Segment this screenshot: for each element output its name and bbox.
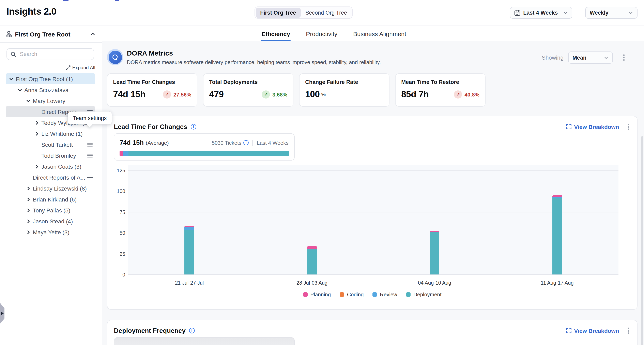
team-settings-tooltip: Team settings: [68, 112, 112, 124]
lead-time-summary-card: 74d 15h (Average) 5030 Tickets Last 4 We…: [114, 134, 295, 160]
tree-item[interactable]: First Org Tree Root (1): [6, 74, 95, 84]
org-tree-sidebar: First Org Tree Root Expand All First Org…: [0, 26, 102, 345]
x-axis-tick-label: 04 Aug-10 Aug: [418, 280, 451, 286]
dora-kebab-menu[interactable]: [622, 53, 626, 62]
chevron-down-icon: [604, 55, 608, 60]
stacked-bar[interactable]: [307, 246, 317, 274]
chevron-right-icon[interactable]: [34, 120, 40, 125]
info-icon[interactable]: [189, 328, 195, 334]
average-label: (Average): [146, 140, 169, 146]
granularity-select[interactable]: Weekly: [585, 7, 638, 19]
summary-segment-planning: [120, 151, 123, 156]
scrollbar-thumb[interactable]: [641, 136, 643, 345]
tree-item[interactable]: Scott Tarkett: [6, 139, 95, 150]
bar-segment-review: [184, 227, 194, 230]
metric-card: Lead Time For Changes74d 15h↗27.56%: [107, 74, 197, 106]
team-settings-icon[interactable]: [87, 174, 93, 180]
tree-item[interactable]: Mary Lowery: [6, 95, 95, 106]
deployment-frequency-header: Deployment Frequency View Breakdown: [108, 320, 637, 336]
chevron-right-icon[interactable]: [25, 230, 32, 234]
deployment-frequency-panel: Deployment Frequency View Breakdown: [107, 320, 638, 345]
expand-all-label: Expand All: [72, 65, 95, 70]
metric-cards: Lead Time For Changes74d 15h↗27.56%Total…: [107, 74, 486, 106]
legend-label: Planning: [310, 292, 331, 298]
toggle-divider: [300, 9, 301, 16]
org-tree-toggle: First Org Tree Second Org Tree: [254, 6, 353, 19]
tree-item-label: First Org Tree Root (1): [16, 76, 73, 82]
metric-card-value: 74d 15h: [113, 89, 146, 100]
average-value: 74d 15h: [120, 139, 144, 146]
dora-metrics-title: DORA Metrics: [127, 50, 381, 58]
info-icon[interactable]: [190, 124, 196, 130]
tree-item-label: Brian Kirkland (6): [33, 196, 76, 202]
clipped-content-artifact: [63, 0, 68, 1]
range-label: Last 4 Weeks: [257, 140, 288, 146]
tree-item[interactable]: Tony Pallas (5): [6, 205, 95, 216]
y-axis-tick-label: 0: [109, 272, 125, 278]
tree-item[interactable]: Jason Coats (3): [6, 161, 95, 172]
deployment-kebab-menu[interactable]: [626, 326, 631, 336]
gridline: [128, 191, 618, 192]
tree-item-label: Liz Whittome (1): [41, 130, 83, 137]
tree-item[interactable]: Jason Stead (4): [6, 216, 95, 226]
chevron-right-icon[interactable]: [25, 219, 32, 224]
tab-efficiency[interactable]: Efficiency: [260, 26, 291, 41]
legend-item[interactable]: Deployment: [406, 292, 442, 298]
chevron-right-icon[interactable]: [25, 208, 32, 213]
metric-card-value: 479: [209, 89, 224, 100]
tree-item-label: Maya Yette (3): [33, 229, 70, 235]
chevron-down-icon[interactable]: [25, 98, 32, 103]
showing-select[interactable]: Mean: [568, 52, 612, 64]
chevron-right-icon[interactable]: [25, 197, 32, 202]
gridline: [128, 254, 618, 254]
chevron-right-icon[interactable]: [25, 186, 32, 191]
tree-item[interactable]: Brian Kirkland (6): [6, 194, 95, 205]
tree-item[interactable]: Anna Scozzafava: [6, 84, 95, 95]
view-breakdown-button[interactable]: View Breakdown: [566, 124, 619, 130]
chevron-down-icon: [628, 10, 633, 15]
team-settings-icon[interactable]: [87, 142, 93, 147]
legend-item[interactable]: Planning: [303, 292, 331, 298]
lead-time-panel: Lead Time For Changes View Breakdown 74d…: [107, 116, 638, 310]
stacked-bar[interactable]: [184, 226, 194, 274]
toggle-first-org-tree[interactable]: First Org Tree: [256, 8, 300, 18]
tabs: EfficiencyProductivityBusiness Alignment: [260, 26, 407, 41]
tree-item[interactable]: Direct Reports of A...: [6, 172, 95, 183]
sidebar-collapse-button[interactable]: [90, 31, 96, 37]
lead-time-kebab-menu[interactable]: [626, 122, 631, 132]
calendar-icon: [514, 10, 520, 16]
tree-item[interactable]: Maya Yette (3): [6, 226, 95, 238]
legend-item[interactable]: Coding: [340, 292, 364, 298]
date-range-select[interactable]: Last 4 Weeks: [510, 7, 572, 19]
tree-item[interactable]: Lindsay Liszewski (8): [6, 183, 95, 194]
tree-item[interactable]: Todd Bromley: [6, 150, 95, 161]
expand-all-button[interactable]: Expand All: [66, 65, 95, 70]
legend-label: Deployment: [414, 292, 442, 298]
showing-value: Mean: [572, 54, 586, 60]
tab-business-alignment[interactable]: Business Alignment: [352, 26, 407, 41]
dora-metrics-icon: [107, 49, 123, 65]
view-breakdown-button[interactable]: View Breakdown: [566, 328, 619, 334]
chevron-down-icon[interactable]: [16, 87, 23, 92]
tree-item[interactable]: Liz Whittome (1): [6, 128, 95, 139]
chevron-down-icon[interactable]: [8, 76, 14, 81]
gridline: [128, 233, 618, 233]
search-input[interactable]: [19, 51, 90, 58]
tree-item-label: Tony Pallas (5): [33, 207, 70, 214]
info-icon[interactable]: [243, 140, 249, 146]
tab-productivity[interactable]: Productivity: [305, 26, 338, 41]
metric-card: Total Deployments479↗3.68%: [203, 74, 294, 106]
team-settings-icon[interactable]: [87, 153, 93, 158]
page-title: Insights 2.0: [6, 6, 56, 17]
stacked-bar[interactable]: [430, 231, 440, 274]
y-axis-tick-label: 25: [109, 251, 125, 257]
stacked-bar[interactable]: [552, 195, 562, 274]
chevron-right-icon[interactable]: [34, 164, 40, 169]
legend-item[interactable]: Review: [373, 292, 397, 298]
metric-card-title: Lead Time For Changes: [113, 79, 191, 85]
date-range-value: Last 4 Weeks: [523, 10, 558, 16]
gridline: [128, 274, 618, 275]
play-icon: [1, 311, 4, 316]
toggle-second-org-tree[interactable]: Second Org Tree: [301, 8, 352, 18]
chevron-right-icon[interactable]: [34, 131, 40, 136]
